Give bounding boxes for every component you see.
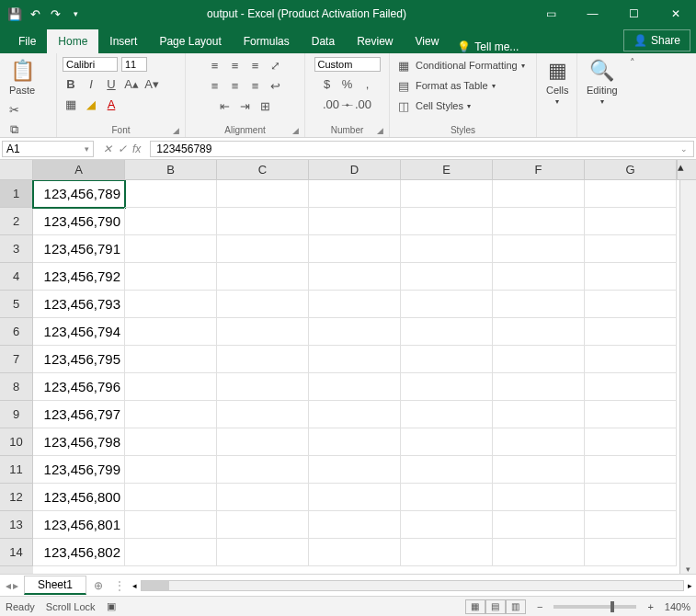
cell-A3[interactable]: 123,456,791 (33, 235, 125, 263)
decrease-indent-icon[interactable]: ⇤ (217, 97, 234, 114)
cell-A12[interactable]: 123,456,800 (33, 484, 125, 511)
cell-A13[interactable]: 123,456,801 (33, 511, 125, 539)
ribbon-options-icon[interactable]: ▭ (531, 0, 572, 28)
tab-formulas[interactable]: Formulas (233, 29, 301, 53)
row-header-10[interactable]: 10 (0, 428, 33, 456)
collapse-ribbon-icon[interactable]: ˄ (625, 53, 640, 137)
macro-record-icon[interactable]: ▣ (107, 600, 116, 612)
format-as-table-button[interactable]: ▤Format as Table▾ (395, 77, 496, 94)
column-header-D[interactable]: D (309, 160, 401, 179)
cell-G3[interactable] (585, 235, 677, 263)
column-header-F[interactable]: F (493, 160, 585, 179)
cell-F12[interactable] (493, 484, 585, 511)
cell-D11[interactable] (309, 456, 401, 484)
bold-button[interactable]: B (63, 75, 79, 92)
row-header-7[interactable]: 7 (0, 346, 33, 373)
cell-C7[interactable] (217, 346, 309, 373)
cell-E13[interactable] (401, 511, 493, 539)
tab-insert[interactable]: Insert (98, 29, 148, 53)
row-header-3[interactable]: 3 (0, 235, 33, 263)
percent-icon[interactable]: % (339, 75, 356, 92)
name-box-dropdown-icon[interactable]: ▾ (85, 144, 89, 154)
cell-F2[interactable] (493, 208, 585, 235)
cell-E4[interactable] (401, 263, 493, 291)
row-header-13[interactable]: 13 (0, 511, 33, 539)
cell-F13[interactable] (493, 511, 585, 539)
cell-B7[interactable] (125, 346, 217, 373)
cell-B8[interactable] (125, 373, 217, 401)
add-sheet-button[interactable]: ⊕ (86, 579, 110, 592)
cell-E3[interactable] (401, 235, 493, 263)
cell-C13[interactable] (217, 511, 309, 539)
cell-F3[interactable] (493, 235, 585, 263)
font-name-input[interactable] (63, 57, 118, 72)
column-header-B[interactable]: B (125, 160, 217, 179)
row-header-4[interactable]: 4 (0, 263, 33, 291)
cell-C8[interactable] (217, 373, 309, 401)
cell-F9[interactable] (493, 401, 585, 428)
increase-font-icon[interactable]: A▴ (123, 75, 140, 92)
cell-A10[interactable]: 123,456,798 (33, 428, 125, 456)
paste-button[interactable]: 📋 Paste (6, 57, 39, 97)
cell-C11[interactable] (217, 456, 309, 484)
cell-G13[interactable] (585, 511, 677, 539)
cell-G12[interactable] (585, 484, 677, 511)
cell-E8[interactable] (401, 373, 493, 401)
tab-home[interactable]: Home (47, 29, 98, 53)
formula-bar[interactable]: 123456789 ⌄ (150, 141, 694, 157)
cell-C3[interactable] (217, 235, 309, 263)
save-icon[interactable]: 💾 (7, 6, 22, 21)
row-header-8[interactable]: 8 (0, 373, 33, 401)
row-header-2[interactable]: 2 (0, 208, 33, 235)
currency-icon[interactable]: $ (319, 75, 336, 92)
cell-A6[interactable]: 123,456,794 (33, 318, 125, 346)
zoom-level[interactable]: 140% (665, 601, 690, 612)
font-dialog-icon[interactable]: ◢ (173, 126, 179, 135)
cell-A14[interactable]: 123,456,802 (33, 539, 125, 566)
cell-B10[interactable] (125, 428, 217, 456)
cell-A11[interactable]: 123,456,799 (33, 456, 125, 484)
cell-B14[interactable] (125, 539, 217, 566)
cell-D14[interactable] (309, 539, 401, 566)
align-bottom-icon[interactable]: ≡ (247, 57, 264, 74)
cell-B11[interactable] (125, 456, 217, 484)
cell-C9[interactable] (217, 401, 309, 428)
select-all-corner[interactable] (0, 160, 33, 179)
cell-E12[interactable] (401, 484, 493, 511)
cell-D1[interactable] (309, 180, 401, 208)
cell-E6[interactable] (401, 318, 493, 346)
hscroll-right-icon[interactable]: ▸ (688, 581, 692, 590)
cell-F11[interactable] (493, 456, 585, 484)
column-header-A[interactable]: A (33, 160, 125, 179)
cell-D10[interactable] (309, 428, 401, 456)
name-box[interactable]: A1 ▾ (2, 141, 94, 157)
cell-C4[interactable] (217, 263, 309, 291)
cells-area[interactable]: 123,456,789123,456,790123,456,791123,456… (33, 180, 679, 574)
cell-F6[interactable] (493, 318, 585, 346)
cell-G8[interactable] (585, 373, 677, 401)
row-header-14[interactable]: 14 (0, 539, 33, 566)
cell-A5[interactable]: 123,456,793 (33, 291, 125, 318)
cell-styles-button[interactable]: ◫Cell Styles▾ (395, 97, 471, 114)
cell-D7[interactable] (309, 346, 401, 373)
wrap-text-icon[interactable]: ↩ (268, 77, 284, 94)
cell-F4[interactable] (493, 263, 585, 291)
cell-F8[interactable] (493, 373, 585, 401)
fx-icon[interactable]: fx (132, 143, 141, 155)
cell-A8[interactable]: 123,456,796 (33, 373, 125, 401)
view-page-layout-button[interactable]: ▤ (485, 599, 506, 614)
cell-C10[interactable] (217, 428, 309, 456)
cell-D6[interactable] (309, 318, 401, 346)
cell-B2[interactable] (125, 208, 217, 235)
row-header-9[interactable]: 9 (0, 401, 33, 428)
cell-E5[interactable] (401, 291, 493, 318)
align-left-icon[interactable]: ≡ (207, 77, 223, 94)
editing-button[interactable]: 🔍Editing▾ (583, 57, 622, 108)
cell-G2[interactable] (585, 208, 677, 235)
tab-data[interactable]: Data (301, 29, 346, 53)
column-header-G[interactable]: G (585, 160, 677, 179)
cell-G11[interactable] (585, 456, 677, 484)
borders-icon[interactable]: ▦ (63, 96, 79, 112)
cell-A4[interactable]: 123,456,792 (33, 263, 125, 291)
zoom-slider[interactable] (553, 605, 636, 609)
